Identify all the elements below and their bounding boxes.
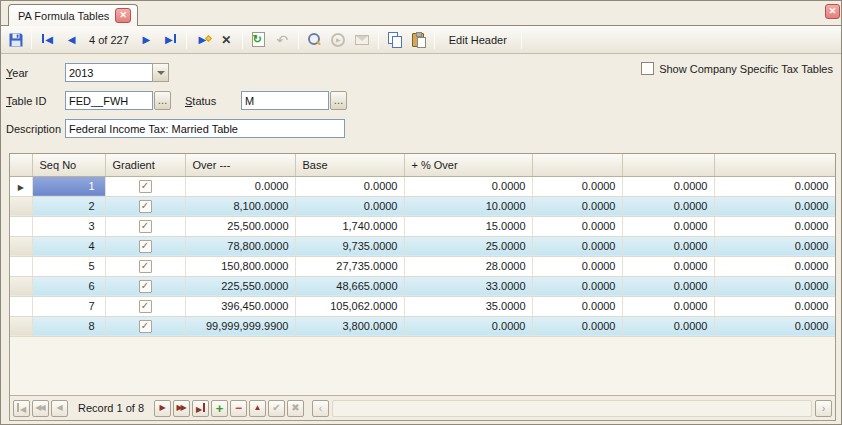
col7-cell[interactable]: 0.0000 (622, 276, 714, 296)
seq-no-cell[interactable]: 2 (32, 196, 105, 216)
nav-delete-button[interactable]: − (230, 400, 247, 417)
table-id-browse-button[interactable]: … (154, 91, 171, 110)
new-record-button[interactable]: ▶ (191, 28, 214, 51)
seq-no-cell[interactable]: 4 (32, 236, 105, 256)
row-selector-cell[interactable] (10, 276, 32, 296)
pct-over-cell[interactable]: 0.0000 (404, 176, 532, 196)
col8-cell[interactable]: 0.0000 (714, 316, 835, 336)
over-cell[interactable]: 8,100.0000 (185, 196, 295, 216)
col8-cell[interactable]: 0.0000 (714, 196, 835, 216)
gradient-cell[interactable]: ✓ (105, 296, 185, 316)
pct-over-cell[interactable]: 0.0000 (404, 316, 532, 336)
gradient-checkbox[interactable]: ✓ (139, 240, 152, 253)
show-company-tax-tables-checkbox[interactable] (641, 62, 654, 75)
col6-cell[interactable]: 0.0000 (532, 296, 622, 316)
row-selector-cell[interactable] (10, 256, 32, 276)
row-selector-cell[interactable] (10, 296, 32, 316)
pct-over-cell[interactable]: 25.0000 (404, 236, 532, 256)
base-cell[interactable]: 27,735.0000 (295, 256, 404, 276)
gradient-cell[interactable]: ✓ (105, 216, 185, 236)
seq-no-cell[interactable]: 7 (32, 296, 105, 316)
nav-edit-button[interactable]: ▲ (249, 400, 266, 417)
column-header-seq-no[interactable]: Seq No (32, 154, 105, 176)
email-button[interactable] (351, 28, 374, 51)
over-cell[interactable]: 78,800.0000 (185, 236, 295, 256)
nav-prev-button[interactable]: ◀ (51, 400, 68, 417)
col7-cell[interactable]: 0.0000 (622, 256, 714, 276)
table-id-input[interactable] (65, 91, 153, 110)
pct-over-cell[interactable]: 15.0000 (404, 216, 532, 236)
nav-next-page-button[interactable]: ▶▶ (173, 400, 190, 417)
delete-record-button[interactable]: ✕ (215, 28, 238, 51)
col7-cell[interactable]: 0.0000 (622, 236, 714, 256)
gradient-cell[interactable]: ✓ (105, 276, 185, 296)
col6-cell[interactable]: 0.0000 (532, 196, 622, 216)
col7-cell[interactable]: 0.0000 (622, 316, 714, 336)
col7-cell[interactable]: 0.0000 (622, 176, 714, 196)
col6-cell[interactable]: 0.0000 (532, 256, 622, 276)
row-selector-cell[interactable] (10, 216, 32, 236)
col7-cell[interactable]: 0.0000 (622, 216, 714, 236)
col7-cell[interactable]: 0.0000 (622, 196, 714, 216)
gradient-checkbox[interactable]: ✓ (139, 320, 152, 333)
row-selector-cell[interactable] (10, 316, 32, 336)
nav-append-button[interactable]: + (211, 400, 228, 417)
base-cell[interactable]: 105,062.0000 (295, 296, 404, 316)
nav-first-button[interactable]: ◀ (13, 400, 30, 417)
gradient-cell[interactable]: ✓ (105, 176, 185, 196)
seq-no-cell[interactable]: 6 (32, 276, 105, 296)
hscroll-left-button[interactable]: ‹ (312, 400, 329, 417)
col6-cell[interactable]: 0.0000 (532, 276, 622, 296)
undo-button[interactable]: ↶ (271, 28, 294, 51)
horizontal-scrollbar-track[interactable] (332, 400, 812, 417)
column-header-base[interactable]: Base (295, 154, 404, 176)
over-cell[interactable]: 25,500.0000 (185, 216, 295, 236)
print-preview-button[interactable] (303, 28, 326, 51)
base-cell[interactable]: 0.0000 (295, 176, 404, 196)
column-header-pct-over[interactable]: + % Over (404, 154, 532, 176)
previous-record-button[interactable]: ◀ (60, 28, 83, 51)
year-dropdown-button[interactable] (152, 63, 169, 82)
status-input[interactable] (241, 91, 329, 110)
over-cell[interactable]: 0.0000 (185, 176, 295, 196)
nav-last-button[interactable]: ▶ (192, 400, 209, 417)
seq-no-cell[interactable]: 3 (32, 216, 105, 236)
column-header-over[interactable]: Over --- (185, 154, 295, 176)
year-input[interactable] (65, 63, 153, 82)
first-record-button[interactable]: ◀ (36, 28, 59, 51)
hscroll-right-button[interactable]: › (815, 400, 832, 417)
column-header-blank-8[interactable] (714, 154, 835, 176)
gradient-checkbox[interactable]: ✓ (139, 220, 152, 233)
seq-no-cell[interactable]: 1 (32, 176, 105, 196)
pct-over-cell[interactable]: 33.0000 (404, 276, 532, 296)
next-record-button[interactable]: ▶ (135, 28, 158, 51)
save-button[interactable] (4, 28, 27, 51)
col6-cell[interactable]: 0.0000 (532, 176, 622, 196)
edit-header-button[interactable]: Edit Header (439, 28, 517, 51)
last-record-button[interactable]: ▶ (159, 28, 182, 51)
gradient-cell[interactable]: ✓ (105, 316, 185, 336)
window-close-icon[interactable]: ✕ (825, 4, 840, 19)
gradient-checkbox[interactable]: ✓ (139, 280, 152, 293)
col8-cell[interactable]: 0.0000 (714, 176, 835, 196)
col6-cell[interactable]: 0.0000 (532, 216, 622, 236)
col8-cell[interactable]: 0.0000 (714, 236, 835, 256)
row-selector-cell[interactable] (10, 236, 32, 256)
base-cell[interactable]: 0.0000 (295, 196, 404, 216)
gradient-checkbox[interactable]: ✓ (139, 260, 152, 273)
col8-cell[interactable]: 0.0000 (714, 276, 835, 296)
nav-cancel-edit-button[interactable]: ✖ (287, 400, 304, 417)
nav-prev-page-button[interactable]: ◀◀ (32, 400, 49, 417)
gradient-checkbox[interactable]: ✓ (139, 200, 152, 213)
seq-no-cell[interactable]: 5 (32, 256, 105, 276)
col7-cell[interactable]: 0.0000 (622, 296, 714, 316)
over-cell[interactable]: 396,450.0000 (185, 296, 295, 316)
row-selector-cell[interactable] (10, 196, 32, 216)
column-header-blank-7[interactable] (622, 154, 714, 176)
gradient-cell[interactable]: ✓ (105, 236, 185, 256)
base-cell[interactable]: 3,800.0000 (295, 316, 404, 336)
col6-cell[interactable]: 0.0000 (532, 316, 622, 336)
over-cell[interactable]: 99,999,999.9900 (185, 316, 295, 336)
col6-cell[interactable]: 0.0000 (532, 236, 622, 256)
col8-cell[interactable]: 0.0000 (714, 216, 835, 236)
